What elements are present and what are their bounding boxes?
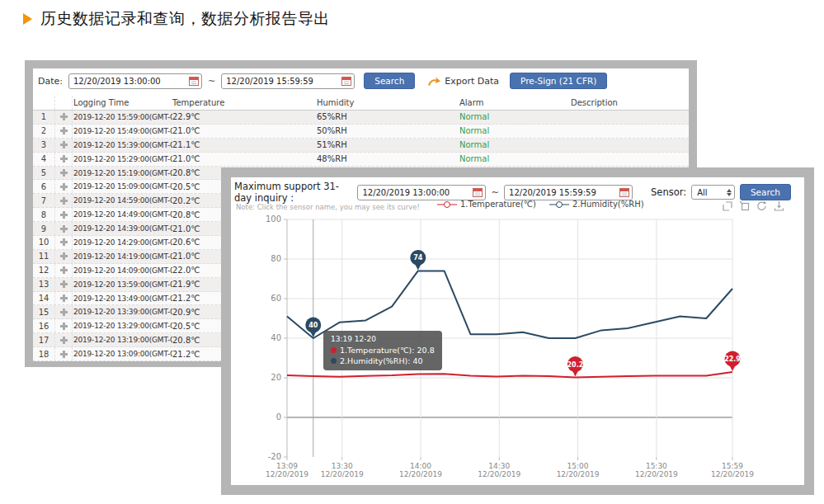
plus-icon[interactable] xyxy=(60,351,68,358)
page-title: 历史数据记录和查询，数据分析报告导出 xyxy=(23,8,330,30)
svg-text:60: 60 xyxy=(271,294,281,303)
plus-icon[interactable] xyxy=(60,309,68,316)
zoom-reset-icon[interactable] xyxy=(739,200,750,211)
plus-icon[interactable] xyxy=(60,294,68,302)
plus-icon[interactable] xyxy=(60,127,68,134)
table-row[interactable]: 42019-12-20 15:29:00(GMT-05:21.0℃48%RHNo… xyxy=(33,153,689,167)
row-number: 8 xyxy=(33,208,55,221)
restore-icon[interactable] xyxy=(756,200,767,211)
cell-logging-time: 2019-12-20 15:59:00(GMT-05: xyxy=(73,113,172,121)
header-alarm: Alarm xyxy=(459,98,571,107)
presign-button[interactable]: Pre-Sign (21 CFR) xyxy=(510,73,607,89)
svg-text:0: 0 xyxy=(276,412,281,422)
query-label: Maximum support 31-day inquiry : xyxy=(234,181,352,204)
row-expand-cell xyxy=(55,250,73,263)
cell-logging-time: 2019-12-20 13:49:00(GMT-05: xyxy=(73,294,172,303)
cell-humidity: 65%RH xyxy=(317,112,459,121)
cell-temperature: 21.1℃ xyxy=(172,140,317,149)
plus-icon[interactable] xyxy=(60,238,68,246)
plus-icon[interactable] xyxy=(60,337,68,344)
cell-alarm: Normal xyxy=(459,154,571,163)
table-row[interactable]: 32019-12-20 15:39:00(GMT-05:21.1℃51%RHNo… xyxy=(33,139,689,153)
svg-text:12/20/2019: 12/20/2019 xyxy=(266,470,308,478)
cell-logging-time: 2019-12-20 13:59:00(GMT-05: xyxy=(73,280,172,289)
plus-icon[interactable] xyxy=(60,323,68,330)
sensor-label: Sensor: xyxy=(651,186,686,198)
row-expand-cell xyxy=(55,194,73,207)
row-number: 18 xyxy=(33,347,55,360)
row-expand-cell xyxy=(55,111,73,124)
header-icon xyxy=(55,96,73,110)
plus-icon[interactable] xyxy=(60,141,68,148)
search-button[interactable]: Search xyxy=(364,73,415,89)
chart-svg[interactable]: 100806040200-2013:0912/20/201913:3012/20… xyxy=(231,177,804,485)
page-title-text: 历史数据记录和查询，数据分析报告导出 xyxy=(40,8,330,30)
plus-icon[interactable] xyxy=(60,169,68,177)
export-data-button[interactable]: Export Data xyxy=(427,75,499,87)
header-humidity: Humidity xyxy=(317,98,459,107)
cell-logging-time: 2019-12-20 13:39:00(GMT-05: xyxy=(73,308,172,316)
cell-logging-time: 2019-12-20 15:49:00(GMT-05: xyxy=(73,127,172,135)
datazoom-icon[interactable] xyxy=(722,200,732,211)
cell-logging-time: 2019-12-20 13:29:00(GMT-05: xyxy=(73,322,172,330)
calendar-icon[interactable] xyxy=(189,76,199,86)
header-temperature: Temperature xyxy=(172,98,317,107)
plus-icon[interactable] xyxy=(60,197,68,205)
svg-text:12/20/2019: 12/20/2019 xyxy=(711,470,754,478)
row-expand-cell xyxy=(55,153,73,166)
row-number: 1 xyxy=(33,111,55,124)
table-row[interactable]: 12019-12-20 15:59:00(GMT-05:22.9℃65%RHNo… xyxy=(33,111,689,125)
cell-logging-time: 2019-12-20 14:49:00(GMT-05: xyxy=(73,210,172,219)
legend-item-humidity[interactable]: 2.Humidity(%RH) xyxy=(549,200,644,209)
table-row[interactable]: 22019-12-20 15:49:00(GMT-05:21.0℃50%RHNo… xyxy=(33,125,689,139)
legend-item-temperature[interactable]: 1.Temperature(℃) xyxy=(437,200,536,209)
chart-date-from-input[interactable]: 12/20/2019 13:00:00 xyxy=(357,185,486,200)
date-from-input[interactable]: 12/20/2019 13:00:00 xyxy=(68,73,202,89)
plus-icon[interactable] xyxy=(60,225,68,233)
plus-icon[interactable] xyxy=(60,211,68,219)
chart-date-to-input[interactable]: 12/20/2019 15:59:59 xyxy=(504,185,633,200)
row-expand-cell xyxy=(55,292,73,305)
row-expand-cell xyxy=(55,180,73,193)
row-expand-cell xyxy=(55,222,73,235)
legend-line-icon xyxy=(549,200,569,209)
legend-line-icon xyxy=(437,200,457,209)
calendar-icon[interactable] xyxy=(619,187,629,197)
plus-icon[interactable] xyxy=(60,155,68,163)
row-expand-cell xyxy=(55,167,73,180)
svg-text:14:00: 14:00 xyxy=(410,462,431,470)
row-number: 14 xyxy=(33,292,55,305)
chart-window: Maximum support 31-day inquiry : 12/20/2… xyxy=(221,167,814,495)
plus-icon[interactable] xyxy=(60,113,68,120)
row-expand-cell xyxy=(55,333,73,346)
save-image-icon[interactable] xyxy=(774,200,784,211)
svg-text:15:30: 15:30 xyxy=(646,462,667,470)
svg-text:15:59: 15:59 xyxy=(722,462,743,470)
calendar-icon[interactable] xyxy=(341,76,351,86)
svg-text:22.9: 22.9 xyxy=(724,356,741,363)
cell-logging-time: 2019-12-20 14:29:00(GMT-05: xyxy=(73,238,172,247)
cell-logging-time: 2019-12-20 13:19:00(GMT-05: xyxy=(73,336,172,344)
plus-icon[interactable] xyxy=(60,252,68,260)
svg-text:13:09: 13:09 xyxy=(276,462,298,470)
cell-temperature: 21.0℃ xyxy=(172,126,317,135)
chart-search-button[interactable]: Search xyxy=(740,184,791,200)
sensor-select[interactable]: All xyxy=(691,185,735,200)
cell-logging-time: 2019-12-20 15:09:00(GMT-05: xyxy=(73,182,172,191)
row-number: 9 xyxy=(33,222,55,235)
cell-logging-time: 2019-12-20 14:09:00(GMT-05: xyxy=(73,266,172,275)
svg-text:40: 40 xyxy=(308,322,318,329)
row-number: 16 xyxy=(33,319,55,332)
row-number: 15 xyxy=(33,305,55,318)
chart-area: Maximum support 31-day inquiry : 12/20/2… xyxy=(231,177,804,485)
date-to-input[interactable]: 12/20/2019 15:59:59 xyxy=(221,73,355,89)
row-number: 2 xyxy=(33,125,55,138)
calendar-icon[interactable] xyxy=(473,187,483,197)
plus-icon[interactable] xyxy=(60,183,68,191)
svg-text:12/20/2019: 12/20/2019 xyxy=(478,470,520,478)
row-expand-cell xyxy=(55,125,73,138)
title-arrow-icon xyxy=(23,13,32,25)
row-expand-cell xyxy=(55,264,73,277)
plus-icon[interactable] xyxy=(60,266,68,274)
plus-icon[interactable] xyxy=(60,280,68,288)
